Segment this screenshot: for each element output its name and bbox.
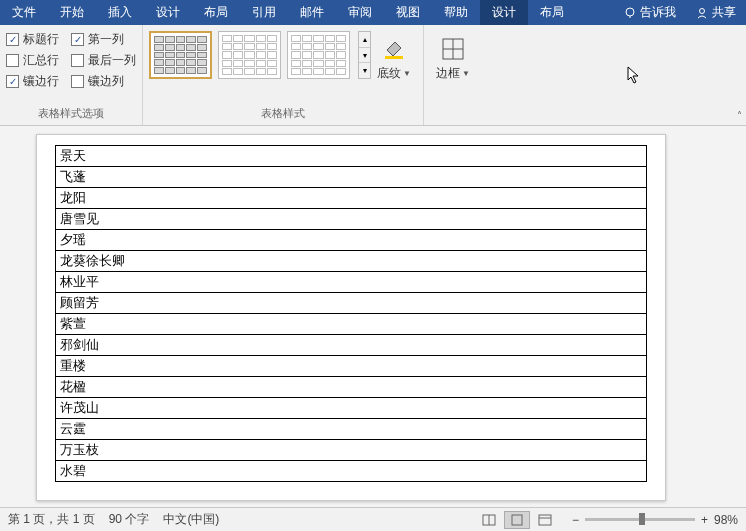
web-layout-button[interactable]	[532, 511, 558, 529]
table-row[interactable]: 林业平	[56, 272, 647, 293]
document-area[interactable]: 景天飞蓬龙阳唐雪见夕瑶龙葵徐长卿林业平顾留芳紫萱邪剑仙重楼花楹许茂山云霆万玉枝水…	[0, 126, 746, 507]
person-icon	[696, 7, 708, 19]
ribbon-tab-1[interactable]: 开始	[48, 0, 96, 25]
ribbon-tab-0[interactable]: 文件	[0, 0, 48, 25]
share-button[interactable]: 共享	[686, 0, 746, 25]
page-number-status[interactable]: 第 1 页，共 1 页	[8, 511, 95, 528]
table-row[interactable]: 水碧	[56, 461, 647, 482]
svg-rect-10	[539, 515, 551, 525]
shading-button[interactable]: 底纹▼	[371, 31, 417, 82]
ribbon-tab-3[interactable]: 设计	[144, 0, 192, 25]
document-table[interactable]: 景天飞蓬龙阳唐雪见夕瑶龙葵徐长卿林业平顾留芳紫萱邪剑仙重楼花楹许茂山云霆万玉枝水…	[55, 145, 647, 482]
view-buttons	[476, 511, 558, 529]
checkbox-icon	[6, 54, 19, 67]
chevron-down-icon: ▼	[462, 69, 470, 78]
table-row[interactable]: 飞蓬	[56, 167, 647, 188]
ribbon-tab-9[interactable]: 帮助	[432, 0, 480, 25]
chevron-down-icon: ▼	[403, 69, 411, 78]
language-status[interactable]: 中文(中国)	[163, 511, 219, 528]
table-row[interactable]: 重楼	[56, 356, 647, 377]
svg-point-2	[700, 8, 705, 13]
ribbon-tab-8[interactable]: 视图	[384, 0, 432, 25]
ribbon-tab-10[interactable]: 设计	[480, 0, 528, 25]
zoom-in-button[interactable]: +	[701, 513, 708, 527]
table-styles-gallery[interactable]: ▴▾▾	[149, 31, 371, 79]
checkbox-icon	[71, 54, 84, 67]
table-row[interactable]: 许茂山	[56, 398, 647, 419]
zoom-out-button[interactable]: −	[572, 513, 579, 527]
svg-rect-9	[512, 515, 522, 525]
table-row[interactable]: 邪剑仙	[56, 335, 647, 356]
table-style-thumb[interactable]	[287, 31, 350, 79]
gallery-expand-button[interactable]: ▴▾▾	[358, 31, 371, 79]
group-label: 表格样式选项	[6, 104, 136, 125]
collapse-ribbon-button[interactable]: ˄	[737, 110, 742, 121]
table-row[interactable]: 花楹	[56, 377, 647, 398]
zoom-controls: − + 98%	[572, 513, 738, 527]
word-count-status[interactable]: 90 个字	[109, 511, 150, 528]
ribbon-tab-11[interactable]: 布局	[528, 0, 576, 25]
zoom-slider[interactable]	[585, 518, 695, 521]
table-style-thumb[interactable]	[149, 31, 212, 79]
group-label: 表格样式	[149, 104, 417, 125]
ribbon-tabs-bar: 文件开始插入设计布局引用邮件审阅视图帮助设计布局告诉我共享	[0, 0, 746, 25]
ribbon-tab-7[interactable]: 审阅	[336, 0, 384, 25]
table-style-thumb[interactable]	[218, 31, 281, 79]
table-row[interactable]: 云霆	[56, 419, 647, 440]
table-row[interactable]: 景天	[56, 146, 647, 167]
table-row[interactable]: 顾留芳	[56, 293, 647, 314]
table-row[interactable]: 龙阳	[56, 188, 647, 209]
ribbon-toolbar: ✓标题行✓第一列汇总行最后一列✓镶边行镶边列 表格样式选项 ▴▾▾ 底纹▼ 表格…	[0, 25, 746, 126]
checkbox-icon: ✓	[6, 33, 19, 46]
style-option-checkbox[interactable]: 最后一列	[71, 52, 136, 69]
style-option-checkbox[interactable]: ✓镶边行	[6, 73, 59, 90]
table-row[interactable]: 唐雪见	[56, 209, 647, 230]
table-row[interactable]: 紫萱	[56, 314, 647, 335]
print-layout-button[interactable]	[504, 511, 530, 529]
checkbox-icon	[71, 75, 84, 88]
checkbox-icon: ✓	[71, 33, 84, 46]
ribbon-tab-5[interactable]: 引用	[240, 0, 288, 25]
tell-me-button[interactable]: 告诉我	[614, 0, 686, 25]
checkbox-icon: ✓	[6, 75, 19, 88]
lightbulb-icon	[624, 7, 636, 19]
table-row[interactable]: 夕瑶	[56, 230, 647, 251]
table-styles-group: ▴▾▾ 底纹▼ 表格样式	[143, 25, 424, 125]
svg-point-0	[626, 8, 634, 16]
svg-rect-3	[385, 56, 403, 59]
zoom-percent[interactable]: 98%	[714, 513, 738, 527]
style-option-checkbox[interactable]: 汇总行	[6, 52, 59, 69]
borders-group: 边框▼	[424, 25, 482, 125]
borders-button[interactable]: 边框▼	[430, 31, 476, 82]
read-mode-button[interactable]	[476, 511, 502, 529]
table-row[interactable]: 龙葵徐长卿	[56, 251, 647, 272]
page: 景天飞蓬龙阳唐雪见夕瑶龙葵徐长卿林业平顾留芳紫萱邪剑仙重楼花楹许茂山云霆万玉枝水…	[36, 134, 666, 501]
style-option-checkbox[interactable]: 镶边列	[71, 73, 136, 90]
ribbon-tab-2[interactable]: 插入	[96, 0, 144, 25]
status-bar: 第 1 页，共 1 页 90 个字 中文(中国) − + 98%	[0, 507, 746, 531]
table-row[interactable]: 万玉枝	[56, 440, 647, 461]
style-option-checkbox[interactable]: ✓标题行	[6, 31, 59, 48]
borders-icon	[439, 35, 467, 63]
style-option-checkbox[interactable]: ✓第一列	[71, 31, 136, 48]
ribbon-tab-4[interactable]: 布局	[192, 0, 240, 25]
paint-bucket-icon	[380, 35, 408, 63]
ribbon-tab-6[interactable]: 邮件	[288, 0, 336, 25]
table-style-options-group: ✓标题行✓第一列汇总行最后一列✓镶边行镶边列 表格样式选项	[0, 25, 143, 125]
